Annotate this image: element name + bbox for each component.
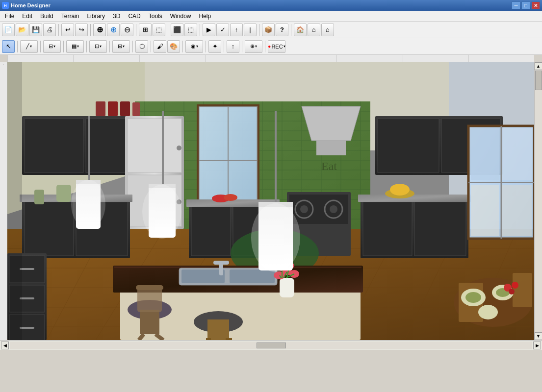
svg-point-142: [465, 292, 481, 303]
scroll-down-button[interactable]: ▼: [535, 332, 542, 340]
record-button[interactable]: ●REC▾: [268, 40, 285, 53]
scroll-up-button[interactable]: ▲: [535, 62, 542, 70]
help-button[interactable]: ?: [276, 24, 288, 36]
line-up-button[interactable]: ↑: [230, 24, 243, 36]
paint-bucket-button[interactable]: 🖌: [154, 40, 166, 53]
menu-edit[interactable]: Edit: [18, 12, 36, 21]
close-button[interactable]: ✕: [531, 1, 540, 9]
svg-rect-53: [108, 101, 118, 116]
svg-rect-134: [471, 185, 499, 236]
fit-button[interactable]: ⊞: [139, 24, 152, 36]
menu-cad[interactable]: CAD: [124, 12, 144, 21]
symbol-button[interactable]: ✦: [208, 40, 221, 53]
svg-point-119: [71, 180, 105, 229]
svg-rect-154: [34, 190, 44, 204]
zoom-in2-button[interactable]: ⊕: [107, 24, 120, 36]
svg-rect-113: [207, 319, 229, 340]
title-bar-left: H Home Designer: [2, 2, 51, 9]
save-button[interactable]: 💾: [29, 24, 42, 36]
menu-window[interactable]: Window: [166, 12, 195, 21]
select-tool-button[interactable]: ↖: [2, 40, 15, 53]
ruler-mark: [336, 55, 402, 62]
zoom-out-button[interactable]: ⊖: [121, 24, 133, 36]
house-cam-button[interactable]: ⌂: [321, 24, 334, 36]
open-button[interactable]: 📂: [16, 24, 28, 36]
svg-rect-48: [316, 141, 346, 155]
color-picker-button[interactable]: 🎨: [167, 40, 180, 53]
minimize-button[interactable]: ─: [512, 1, 520, 9]
svg-point-145: [512, 282, 518, 289]
menu-build[interactable]: Build: [36, 12, 57, 21]
menu-3d[interactable]: 3D: [109, 12, 124, 21]
print-button[interactable]: 🖨: [43, 24, 56, 36]
sep6: [132, 41, 133, 52]
redo-button[interactable]: ↪: [75, 24, 88, 36]
sep1: [17, 41, 18, 52]
arrow-button[interactable]: ▶: [203, 24, 215, 36]
menu-file[interactable]: File: [1, 12, 18, 21]
svg-point-123: [142, 185, 181, 239]
svg-point-146: [509, 289, 515, 294]
shape-button[interactable]: ⬚: [184, 24, 197, 36]
undo-button[interactable]: ↩: [61, 24, 74, 36]
check-button[interactable]: ✓: [216, 24, 229, 36]
svg-rect-54: [120, 101, 130, 116]
terrain-button[interactable]: ⬡: [135, 40, 148, 53]
svg-rect-75: [289, 195, 348, 224]
svg-point-62: [177, 146, 181, 150]
house-3d-button[interactable]: ⌂: [308, 24, 320, 36]
new-button[interactable]: 📄: [2, 24, 15, 36]
svg-rect-50: [25, 119, 83, 172]
ruler-mark: [73, 55, 139, 62]
scroll-track-right[interactable]: [535, 70, 542, 332]
cabinet-button[interactable]: ▦▾: [66, 40, 84, 53]
svg-rect-133: [502, 128, 532, 180]
scrollbar-right: ▲ ▼: [534, 62, 542, 340]
h-scroll-track[interactable]: [10, 342, 532, 349]
title-bar-controls[interactable]: ─ □ ✕: [512, 1, 540, 9]
svg-point-141: [478, 305, 498, 319]
draw-line-button[interactable]: ╱▾: [20, 40, 38, 53]
svg-rect-138: [513, 273, 532, 307]
sep3: [63, 41, 64, 52]
maximize-button[interactable]: □: [521, 1, 530, 9]
sep4: [168, 24, 168, 36]
svg-rect-95: [280, 278, 294, 297]
h-scroll-thumb[interactable]: [257, 343, 286, 348]
scroll-thumb-right[interactable]: [535, 71, 542, 90]
place-button[interactable]: 📦: [262, 24, 275, 36]
sep1: [58, 24, 59, 36]
svg-point-85: [390, 184, 410, 196]
sep5: [200, 24, 200, 36]
menu-terrain[interactable]: Terrain: [57, 12, 83, 21]
svg-rect-111: [136, 285, 163, 290]
move-button[interactable]: ⊕▾: [245, 40, 262, 53]
svg-rect-157: [7, 62, 22, 340]
svg-point-79: [330, 205, 337, 213]
kitchen-scene: Eat: [7, 62, 534, 340]
canvas-area[interactable]: Eat: [7, 62, 534, 340]
wall-tool-button[interactable]: ⊟▾: [43, 40, 61, 53]
ruler-mark: [403, 55, 468, 62]
zoom-in-button[interactable]: ⊕: [93, 24, 106, 36]
room-button[interactable]: ⊞▾: [112, 40, 130, 53]
scroll-right-button[interactable]: ▶: [533, 342, 541, 349]
ruler-mark-v: [3, 62, 4, 65]
sep6: [259, 24, 259, 36]
draw-button[interactable]: ⬛: [171, 24, 183, 36]
ruler-mark: [205, 55, 271, 62]
material-button[interactable]: ◉▾: [185, 40, 203, 53]
sep7: [291, 24, 291, 36]
arrow-up-button[interactable]: ↑: [227, 40, 239, 53]
app-title: Home Designer: [11, 2, 51, 8]
select-all-button[interactable]: ⬚: [153, 24, 165, 36]
scroll-left-button[interactable]: ◀: [1, 342, 9, 349]
vertical-button[interactable]: |: [244, 24, 257, 36]
menu-tools[interactable]: Tools: [145, 12, 166, 21]
svg-text:Eat: Eat: [321, 160, 337, 172]
svg-point-73: [224, 194, 237, 201]
house-view-button[interactable]: 🏠: [294, 24, 307, 36]
furniture-button[interactable]: ⊡▾: [89, 40, 107, 53]
menu-library[interactable]: Library: [83, 12, 109, 21]
menu-help[interactable]: Help: [195, 12, 215, 21]
